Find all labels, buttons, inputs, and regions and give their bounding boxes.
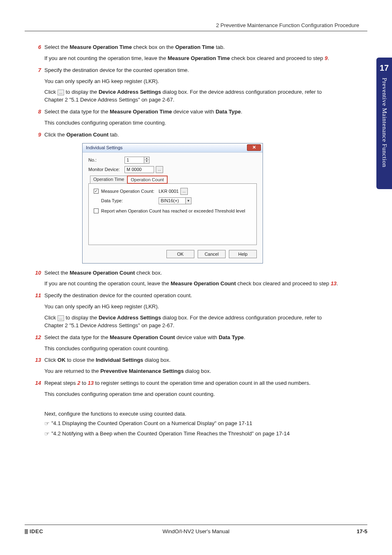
step-text: Click the Operation Count tab. [44,131,339,139]
no-field[interactable]: 1 [125,157,144,164]
chapter-title: Preventive Maintenance Function [381,78,388,167]
help-button[interactable]: Help [229,250,257,258]
hand-pointer-icon: ☞ [44,430,50,438]
step-text: If you are not counting the operation ti… [44,55,339,62]
hand-pointer-icon: ☞ [44,419,50,428]
dialog-title: Individual Settings [86,145,122,150]
step-text: Select the data type for the Measure Ope… [44,108,339,116]
ellipsis-icon: ... [58,90,64,95]
step-crossref[interactable]: 13 [331,280,337,287]
step-number: 14 [33,379,44,398]
monitor-device-label: Monitor Device: [88,167,125,172]
step-text: This concludes configuring operation tim… [44,119,339,127]
step-number: 6 [33,44,44,62]
operation-count-browse-button[interactable]: ... [180,188,188,195]
step-text: Click ... to display the Device Address … [44,88,339,104]
step-number: 12 [33,334,44,353]
page-footer: IDEC WindO/I-NV2 User's Manual 17-5 [25,525,367,534]
monitor-device-field[interactable]: M 0000 [125,166,154,173]
report-threshold-checkbox[interactable] [94,208,99,213]
close-button[interactable]: ✕ [247,144,261,151]
crossref-line: ☞"4.2 Notifying with a Beep when the Cou… [44,430,339,438]
ok-button[interactable]: OK [166,250,194,258]
step-number: 8 [33,108,44,127]
step-text: This concludes configuring operation cou… [44,345,339,353]
step-number: 7 [33,67,44,104]
data-type-label: Data Type: [101,198,159,203]
no-label: No.: [88,157,125,162]
page-header: 2 Preventive Maintenance Function Config… [25,22,367,31]
step-number: 13 [33,356,44,375]
chapter-number: 17 [380,61,389,78]
data-type-select[interactable]: BIN16(+) ▼ [159,197,191,204]
step-text: Specify the destination device for the c… [44,292,339,300]
tab-panel-operation-count: Measure Operation Count: LKR 0001 ... Da… [88,183,257,245]
ellipsis-icon: ... [58,315,64,321]
tab-operation-time[interactable]: Operation Time [90,176,127,184]
step-text: You can only specify an HG keep register… [44,78,339,86]
step-text: Click OK to close the Individual Setting… [44,356,339,364]
measure-operation-count-checkbox[interactable] [94,189,99,194]
step-text: Click ... to display the Device Address … [44,314,339,330]
measure-operation-count-label: Measure Operation Count: [101,189,159,194]
report-threshold-label: Report when Operation Count has reached … [101,208,245,213]
step-text: Specify the destination device for the c… [44,67,339,74]
step-number: 10 [33,269,44,288]
cancel-button[interactable]: Cancel [198,250,226,258]
step-number: 11 [33,292,44,329]
step-text: If you are not counting the operation co… [44,280,339,288]
step-text: Repeat steps 2 to 13 to register setting… [44,379,339,387]
step-number: 9 [33,131,44,139]
brand-mark-icon [25,529,28,534]
crossref-line: ☞"4.1 Displaying the Counted Operation C… [44,419,339,428]
step-text: Select the data type for the Measure Ope… [44,334,339,342]
step-text: You can only specify an HG keep register… [44,303,339,311]
step-text: Select the Measure Operation Count check… [44,269,339,277]
step-text: Select the Measure Operation Time check … [44,44,339,51]
tab-operation-count[interactable]: Operation Count [127,176,168,184]
monitor-device-browse-button[interactable]: ... [156,166,163,173]
chapter-side-tab: 17 Preventive Maintenance Function [376,58,392,189]
header-section-title: 2 Preventive Maintenance Function Config… [216,22,359,28]
individual-settings-dialog: Individual Settings ✕ No.: 1 ▲▼ Monitor … [82,143,263,264]
step-crossref[interactable]: 13 [88,380,94,386]
no-spinner[interactable]: ▲▼ [144,157,150,164]
chevron-down-icon: ▼ [185,198,191,204]
step-text: You are returned to the Preventive Maint… [44,368,339,375]
operation-count-device-field[interactable]: LKR 0001 [159,189,179,194]
next-intro: Next, configure the functions to execute… [44,410,339,418]
brand-logo: IDEC [25,528,163,534]
manual-title: WindO/I-NV2 User's Manual [163,528,230,534]
step-text: This concludes configuring operation tim… [44,391,339,398]
page-number: 17-5 [229,528,367,534]
